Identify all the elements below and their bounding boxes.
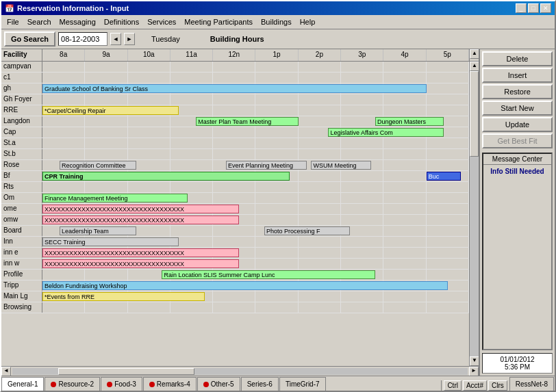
tab-other-5[interactable]: Other-5 bbox=[197, 377, 240, 391]
update-button[interactable]: Update bbox=[482, 117, 553, 132]
restore-button[interactable]: Restore bbox=[482, 84, 553, 99]
tab-remarks-4-dot bbox=[149, 382, 155, 387]
go-search-button[interactable]: Go Search bbox=[4, 31, 55, 47]
facility-name: St.b bbox=[1, 149, 42, 159]
ctrl-button[interactable]: Ctrl bbox=[444, 380, 462, 391]
menu-definitions[interactable]: Definitions bbox=[100, 16, 143, 27]
tab-remarks-4[interactable]: Remarks-4 bbox=[143, 377, 197, 391]
time-cells[interactable]: Leadership Team Photo Processing F bbox=[42, 226, 469, 236]
time-cells[interactable] bbox=[42, 94, 469, 105]
minimize-button[interactable]: _ bbox=[516, 3, 527, 13]
event-block[interactable]: Event Planning Meeting bbox=[226, 161, 307, 170]
date-input[interactable] bbox=[58, 32, 108, 46]
event-block[interactable]: XXXXXXXXXXXXXXXXXXXXXXXXXXXXXXXXXX bbox=[42, 205, 239, 213]
horizontal-scrollbar[interactable]: ◄ ► bbox=[1, 366, 479, 376]
event-block[interactable]: Recognition Committee bbox=[60, 161, 136, 170]
prev-date-button[interactable]: ◄ bbox=[110, 33, 121, 45]
time-cells[interactable]: XXXXXXXXXXXXXXXXXXXXXXXXXXXXXXXXXX bbox=[42, 259, 469, 269]
event-block[interactable]: Graduate School Of Banking Sr Class bbox=[42, 84, 427, 93]
scroll-thumb-horizontal[interactable] bbox=[58, 368, 195, 375]
menu-search[interactable]: Search bbox=[23, 16, 55, 27]
event-block[interactable]: Leadership Team bbox=[60, 226, 136, 235]
table-row: Profile bbox=[1, 270, 469, 280]
event-block[interactable]: Rain Location SLIS Summer Camp Lunc bbox=[162, 270, 375, 279]
event-block[interactable]: WSUM Meeting bbox=[311, 161, 370, 170]
clrs-button[interactable]: Clrs bbox=[488, 380, 507, 391]
time-cells[interactable]: *Carpet/Ceiling Repair bbox=[42, 105, 469, 116]
acct-button[interactable]: Acct# bbox=[463, 380, 487, 391]
message-center-content: Info Still Needed bbox=[483, 165, 551, 178]
time-cells[interactable] bbox=[42, 138, 469, 148]
event-block[interactable]: CPR Training bbox=[42, 172, 290, 181]
scroll-left-button[interactable]: ◄ bbox=[1, 367, 11, 376]
event-block[interactable]: Buc bbox=[427, 172, 461, 181]
time-slots-header: 8a 9a 10a 11a 12n 1p 2p 3p 4p 5p bbox=[42, 49, 469, 61]
menu-buildings[interactable]: Buildings bbox=[257, 16, 296, 27]
scroll-down-button[interactable]: ▼ bbox=[470, 356, 479, 366]
time-cells[interactable]: XXXXXXXXXXXXXXXXXXXXXXXXXXXXXXXXXX bbox=[42, 248, 469, 258]
vertical-scrollbar[interactable]: ▲ ▼ bbox=[469, 62, 479, 366]
time-cells[interactable]: Graduate School Of Banking Sr Class bbox=[42, 83, 469, 94]
event-block[interactable]: Master Plan Team Meeting bbox=[196, 117, 299, 126]
time-cells[interactable]: SECC Training bbox=[42, 237, 469, 247]
menu-file[interactable]: File bbox=[3, 16, 23, 27]
tab-other-5-label: Other-5 bbox=[211, 380, 234, 388]
tab-other-5-dot bbox=[203, 382, 209, 387]
maximize-button[interactable]: □ bbox=[528, 3, 539, 13]
get-best-fit-button[interactable]: Get Best Fit bbox=[482, 133, 553, 148]
time-cells[interactable] bbox=[42, 302, 469, 313]
tab-resource-2-dot bbox=[51, 382, 56, 387]
event-block[interactable]: Legislative Affairs Com bbox=[328, 128, 443, 137]
delete-button[interactable]: Delete bbox=[482, 51, 553, 66]
time-cells[interactable]: Recognition Committee Event Planning Mee… bbox=[42, 160, 469, 170]
time-cells[interactable] bbox=[42, 182, 469, 192]
scroll-up-button[interactable]: ▲ bbox=[470, 62, 479, 71]
event-block[interactable]: XXXXXXXXXXXXXXXXXXXXXXXXXXXXXXXXXX bbox=[42, 215, 239, 224]
event-block[interactable]: *Events from RRE bbox=[42, 292, 205, 301]
menu-services[interactable]: Services bbox=[143, 16, 180, 27]
menu-meeting-participants[interactable]: Meeting Participants bbox=[180, 16, 257, 27]
insert-button[interactable]: Insert bbox=[482, 68, 553, 83]
menu-messaging[interactable]: Messaging bbox=[55, 16, 100, 27]
scroll-up-button[interactable]: ▲ bbox=[470, 49, 479, 59]
time-cells[interactable]: Legislative Affairs Com bbox=[42, 127, 469, 138]
time-cells[interactable]: XXXXXXXXXXXXXXXXXXXXXXXXXXXXXXXXXX bbox=[42, 204, 469, 214]
event-block[interactable]: SECC Training bbox=[42, 237, 179, 246]
event-block[interactable]: Dungeon Masters bbox=[375, 117, 444, 126]
time-cells[interactable] bbox=[42, 62, 469, 72]
time-cells[interactable] bbox=[42, 149, 469, 159]
time-cells[interactable] bbox=[42, 73, 469, 83]
next-date-button[interactable]: ► bbox=[124, 33, 135, 45]
time-cells[interactable]: Beldon Fundraising Workshop bbox=[42, 280, 469, 291]
facility-name: Rts bbox=[1, 182, 42, 192]
time-cells[interactable]: *Events from RRE bbox=[42, 291, 469, 302]
time-cells[interactable]: XXXXXXXXXXXXXXXXXXXXXXXXXXXXXXXXXX bbox=[42, 215, 469, 225]
event-block[interactable]: Photo Processing F bbox=[264, 226, 350, 235]
menu-help[interactable]: Help bbox=[296, 16, 320, 27]
tab-general-1[interactable]: General-1 bbox=[1, 377, 44, 391]
event-block[interactable]: *Carpet/Ceiling Repair bbox=[42, 106, 179, 115]
time-cells[interactable]: Master Plan Team Meeting Dungeon Masters bbox=[42, 116, 469, 127]
event-block[interactable]: XXXXXXXXXXXXXXXXXXXXXXXXXXXXXXXXXX bbox=[42, 259, 239, 268]
time-3p: 3p bbox=[341, 49, 383, 61]
tab-ressnet-8[interactable]: RessNet-8 bbox=[509, 377, 554, 391]
facility-name: campvan bbox=[1, 62, 42, 72]
tab-food-3[interactable]: Food-3 bbox=[101, 377, 142, 391]
tab-food-3-label: Food-3 bbox=[114, 380, 136, 388]
scroll-thumb[interactable] bbox=[470, 71, 479, 157]
facility-name: Board bbox=[1, 226, 42, 236]
event-block[interactable]: Beldon Fundraising Workshop bbox=[42, 281, 448, 290]
tab-resource-2[interactable]: Resource-2 bbox=[45, 377, 100, 391]
building-hours-label: Building Hours bbox=[210, 35, 264, 43]
scroll-right-button[interactable]: ► bbox=[469, 367, 479, 376]
close-button[interactable]: ✕ bbox=[540, 3, 551, 13]
tab-series-6[interactable]: Series-6 bbox=[241, 377, 279, 391]
tab-timegrid-7[interactable]: TimeGrid-7 bbox=[279, 377, 326, 391]
event-block[interactable]: XXXXXXXXXXXXXXXXXXXXXXXXXXXXXXXXXX bbox=[42, 248, 239, 257]
time-cells[interactable]: CPR Training Buc bbox=[42, 171, 469, 181]
facility-name: St.a bbox=[1, 138, 42, 148]
event-block[interactable]: Finance Management Meeting bbox=[42, 194, 188, 202]
time-cells[interactable]: Finance Management Meeting bbox=[42, 193, 469, 203]
start-new-button[interactable]: Start New bbox=[482, 101, 553, 116]
time-cells[interactable]: Rain Location SLIS Summer Camp Lunc bbox=[42, 270, 469, 280]
